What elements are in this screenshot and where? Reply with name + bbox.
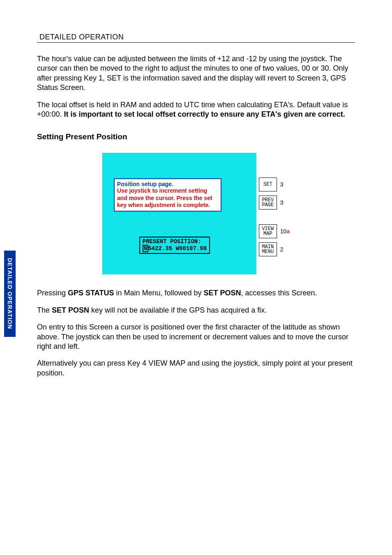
key-number: 10a	[280, 228, 290, 235]
text: in Main Menu, followed by	[114, 289, 203, 297]
key-label: SET	[263, 182, 272, 187]
paragraph-viewmap-alt: Alternatively you can press Key 4 VIEW M…	[37, 359, 355, 378]
present-position-box: PRESENT POSITION: N5422.35 W00107.98	[139, 237, 210, 254]
header-title: DETAILED OPERATION	[37, 33, 124, 41]
paragraph-cursor-entry: On entry to this Screen a cursor is posi…	[37, 322, 355, 351]
set-posn-ref-2: SET POSN	[52, 306, 89, 314]
softkey-row-viewmap: VIEW MAP 10a	[259, 224, 290, 238]
present-position-label: PRESENT POSITION:	[143, 238, 207, 245]
position-setup-figure: Position setup page. Use joystick to inc…	[102, 153, 290, 274]
present-position-value: N5422.35 W00107.98	[143, 245, 207, 252]
key-line-2: PAGE	[262, 203, 274, 208]
paragraph-local-offset: The local offset is held in RAM and adde…	[37, 100, 355, 120]
lcd-screen: Position setup page. Use joystick to inc…	[102, 153, 256, 274]
section-heading: Setting Present Position	[37, 132, 355, 141]
position-rest: 5422.35 W00107.98	[148, 245, 207, 252]
text: key will not be available if the GPS has…	[89, 306, 267, 314]
view-map-button[interactable]: VIEW MAP	[259, 224, 277, 238]
soft-keys-column: SET 3 PREV PAGE 3	[256, 153, 290, 274]
paragraph-access: Pressing GPS STATUS in Main Menu, follow…	[37, 288, 355, 298]
set-posn-ref: SET POSN	[204, 289, 241, 297]
help-title: Position setup page.	[117, 181, 218, 187]
key-number: 3	[280, 199, 284, 206]
help-box: Position setup page. Use joystick to inc…	[114, 178, 221, 212]
softkey-row-set: SET 3	[259, 177, 290, 191]
section-tab: DETAILED OPERATION	[4, 251, 16, 337]
text: Pressing	[37, 289, 68, 297]
figure-wrap: Position setup page. Use joystick to inc…	[37, 153, 355, 274]
prev-page-button[interactable]: PREV PAGE	[259, 196, 277, 210]
key-line-2: MAP	[263, 231, 272, 237]
set-button[interactable]: SET	[259, 177, 277, 191]
key-number: 2	[280, 246, 284, 253]
key-number: 3	[280, 181, 284, 188]
text: The	[37, 306, 52, 314]
page-content: DETAILED OPERATION The hour's value can …	[0, 0, 392, 417]
paragraph-hour-adjust: The hour's value can be adjusted between…	[37, 54, 355, 93]
gps-status-ref: GPS STATUS	[68, 289, 114, 297]
softkey-row-mainmenu: MAIN MENU 2	[259, 242, 290, 256]
paragraph-setposn-availability: The SET POSN key will not be available i…	[37, 306, 355, 315]
text: , accesses this Screen.	[241, 289, 317, 297]
help-body: Use joystick to increment setting and mo…	[117, 187, 218, 209]
main-menu-button[interactable]: MAIN MENU	[259, 242, 277, 256]
softkey-row-prevpage: PREV PAGE 3	[259, 196, 290, 210]
key-line-2: MENU	[262, 249, 274, 255]
page-header: DETAILED OPERATION	[37, 33, 355, 43]
local-offset-emphasis: It is important to set local offset corr…	[64, 110, 345, 118]
